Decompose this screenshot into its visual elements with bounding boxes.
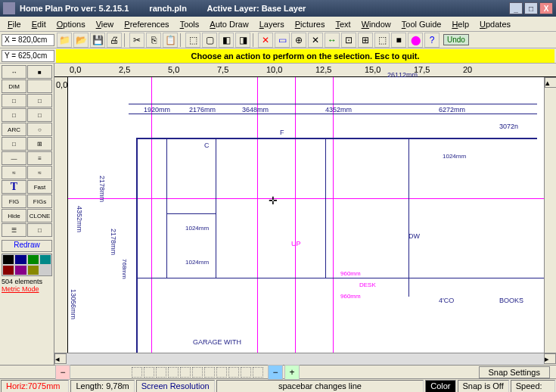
titlebar: Home Plan Pro ver: 5.2.15.1 ranch.pln Ac…	[0, 0, 556, 17]
tool-icon[interactable]: ▭	[275, 33, 290, 48]
menu-options[interactable]: Options	[52, 18, 90, 30]
tool-blank[interactable]	[27, 79, 52, 93]
undo-button[interactable]: Undo	[443, 34, 469, 45]
tool-sq2[interactable]: □	[27, 223, 52, 237]
tool-icon[interactable]: ⬚	[374, 33, 390, 48]
scroll-left-icon[interactable]: ◂	[54, 353, 67, 364]
tool-wave1[interactable]: ≈	[2, 166, 26, 179]
snap-icon[interactable]	[216, 367, 227, 378]
tool-list[interactable]: ☰	[2, 223, 26, 237]
copy-icon[interactable]: ⎘	[146, 33, 161, 48]
x-coord: X = 820,0cm	[2, 34, 54, 46]
snap-icon[interactable]	[132, 367, 142, 378]
folder-icon[interactable]: 📁	[57, 33, 72, 48]
tool-lines[interactable]: ≡	[27, 151, 52, 165]
zoom-in-button[interactable]: +	[284, 365, 300, 380]
color-palette[interactable]	[2, 254, 52, 276]
snap-icon[interactable]	[192, 367, 203, 378]
tool-figs[interactable]: FIGs	[27, 194, 52, 208]
tool-icon[interactable]: ◨	[235, 33, 250, 48]
menu-layers[interactable]: Layers	[255, 18, 289, 30]
maximize-button[interactable]: □	[524, 2, 538, 14]
zoom-out-button[interactable]: −	[55, 365, 70, 380]
tool-icon[interactable]: ⊡	[341, 33, 356, 48]
tool-wave2[interactable]: ≈	[27, 166, 52, 179]
snap-icon[interactable]	[228, 367, 239, 378]
paste-icon[interactable]: 📋	[163, 33, 178, 48]
close-button[interactable]: X	[539, 2, 553, 14]
element-count: 504 elements	[2, 278, 52, 285]
menu-autodraw[interactable]: Auto Draw	[205, 18, 253, 30]
snap-icon[interactable]	[144, 367, 154, 378]
menu-help[interactable]: Help	[447, 18, 474, 30]
tool-icon[interactable]: ↔	[325, 33, 340, 48]
menu-pictures[interactable]: Pictures	[290, 18, 330, 30]
snap-icon[interactable]	[204, 367, 215, 378]
status-length: Length: 9,78mAngle: 136,3 °	[70, 380, 134, 392]
scroll-up-icon[interactable]: ▴	[545, 77, 556, 88]
snap-icons	[132, 367, 263, 378]
tool-text[interactable]: T	[2, 180, 26, 194]
menu-window[interactable]: Window	[357, 18, 396, 30]
tool-icon[interactable]: ⊕	[291, 33, 306, 48]
y-coord: Y = 625,0cm	[2, 50, 54, 62]
snap-icon[interactable]	[156, 367, 166, 378]
tool-circle[interactable]: ○	[27, 123, 52, 136]
open-icon[interactable]: 📂	[73, 33, 89, 48]
status-resolution: Screen Resolution 25 mm per pixel	[136, 380, 215, 392]
tool-dim[interactable]: DIM	[2, 79, 26, 93]
tool-fast[interactable]: Fast	[27, 180, 52, 194]
tool-rect1[interactable]: □	[2, 94, 26, 107]
scroll-right-icon[interactable]: ▸	[544, 353, 556, 364]
tool-icon[interactable]: ▢	[202, 33, 217, 48]
ruler-horizontal: 0,0 2,5 5,0 7,5 10,0 12,5 15,0 17,5 20 2…	[54, 64, 556, 77]
tool-fill[interactable]: ■	[27, 65, 52, 79]
tool-rect4[interactable]: □	[27, 108, 52, 122]
menu-edit[interactable]: Edit	[27, 18, 51, 30]
menu-toolguide[interactable]: Tool Guide	[397, 18, 446, 30]
save-icon[interactable]: 💾	[90, 33, 105, 48]
tool-clone[interactable]: CLONE	[27, 209, 52, 222]
menu-tools[interactable]: Tools	[175, 18, 204, 30]
redraw-button[interactable]: Redraw	[2, 240, 52, 252]
tool-sq[interactable]: □	[2, 137, 26, 151]
snap-icon[interactable]	[241, 367, 251, 378]
minimize-button[interactable]: _	[509, 2, 523, 14]
tool-rect2[interactable]: □	[27, 94, 52, 107]
tool-icon[interactable]: ⬚	[185, 33, 200, 48]
scrollbar-vertical[interactable]: ▴	[544, 77, 556, 353]
status-snap[interactable]: Snap is Off	[458, 380, 509, 392]
help-icon[interactable]: ?	[424, 33, 440, 48]
menu-view[interactable]: View	[92, 18, 119, 30]
snap-icon[interactable]	[180, 367, 191, 378]
snap-settings-button[interactable]: Snap Settings	[479, 366, 551, 378]
color-button[interactable]: Color	[425, 380, 455, 392]
menu-preferences[interactable]: Preferences	[120, 18, 173, 30]
tool-icon[interactable]: ⊞	[358, 33, 373, 48]
status-horiz: Horiz:7075mm Vertic: 6750mm	[1, 380, 69, 392]
menu-file[interactable]: File	[3, 18, 26, 30]
tool-icon[interactable]: ⬤	[408, 33, 423, 48]
snap-minus-button[interactable]: −	[268, 365, 283, 380]
tool-icon[interactable]: ✕	[308, 33, 323, 48]
cut-icon[interactable]: ✂	[129, 33, 144, 48]
tool-hide[interactable]: Hide	[2, 209, 26, 222]
tool-fig[interactable]: FIG	[2, 194, 26, 208]
tool-icon[interactable]: ◧	[219, 33, 234, 48]
tool-icon[interactable]: ✕	[258, 33, 273, 48]
tool-arrows[interactable]: ↔	[2, 65, 26, 79]
tool-rect3[interactable]: □	[2, 108, 26, 122]
tool-icon[interactable]: ■	[391, 33, 406, 48]
snap-icon[interactable]	[168, 367, 179, 378]
tool-line[interactable]: —	[2, 151, 26, 165]
menu-updates[interactable]: Updates	[475, 18, 515, 30]
side-toolbox: ↔ ■ DIM □ □ □ □ ARC ○ □ ⊞ — ≡ ≈ ≈ T Fast…	[0, 64, 54, 365]
tool-grid[interactable]: ⊞	[27, 137, 52, 151]
menu-text[interactable]: Text	[331, 18, 355, 30]
metric-mode-link[interactable]: Metric Mode	[2, 285, 52, 293]
drawing-canvas[interactable]: 1920mm 2176mm 3648mm 4352mm 6272mm 3072n…	[68, 77, 544, 353]
snap-icon[interactable]	[253, 367, 263, 378]
print-icon[interactable]: 🖨	[107, 33, 122, 48]
tool-arc[interactable]: ARC	[2, 123, 26, 136]
scrollbar-horizontal[interactable]: ◂ ▸	[54, 353, 556, 365]
